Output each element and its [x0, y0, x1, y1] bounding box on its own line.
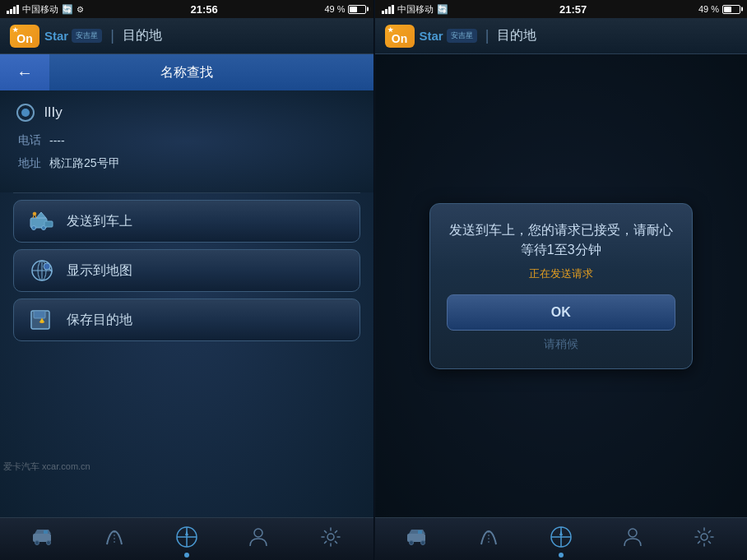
svg-point-29: [327, 534, 334, 540]
dialog-ok-button[interactable]: OK: [447, 294, 675, 331]
car-tab-icon-right: [406, 529, 429, 550]
svg-point-28: [254, 529, 262, 537]
send-to-car-label: 发送到车上: [67, 213, 132, 230]
tab-active-dot: [184, 553, 189, 558]
battery-pct-left: 49 %: [324, 4, 345, 14]
poi-address-row: 地址 桃江路25号甲: [16, 156, 357, 171]
poi-name-row: lIIy: [16, 104, 357, 122]
logo-star-label: Star: [44, 29, 68, 43]
status-right-left: 49 %: [324, 4, 366, 14]
send-to-car-button[interactable]: 发送到车上: [13, 200, 360, 243]
tab-settings-left[interactable]: [306, 520, 355, 559]
nav-bar-left: ← 名称查找: [0, 54, 374, 90]
tab-person-left[interactable]: [234, 520, 283, 559]
poi-details: lIIy 电话 ---- 地址 桃江路25号甲: [0, 90, 374, 192]
dialog-box: 发送到车上，您的请求已接受，请耐心等待1至3分钟 正在发送请求 OK 请稍候: [429, 203, 693, 369]
svg-marker-31: [409, 530, 425, 534]
wifi-icon-right: 🔄: [437, 4, 448, 15]
person-tab-icon-right: [623, 526, 643, 553]
svg-point-21: [46, 540, 50, 544]
signal-icon: [7, 5, 19, 14]
dialog-overlay: 发送到车上，您的请求已接受，请耐心等待1至3分钟 正在发送请求 OK 请稍候: [375, 54, 748, 517]
svg-rect-15: [34, 311, 45, 318]
onstar-logo-left: ★ On Star 安吉星: [10, 25, 102, 48]
status-left: 中国移动 🔄 ⚙: [7, 3, 84, 16]
tab-person-right[interactable]: [608, 520, 657, 559]
nav-tab-icon: [175, 525, 198, 553]
poi-radio: [16, 104, 35, 122]
phone-label: 电话: [18, 133, 43, 148]
tab-road-left[interactable]: [90, 520, 139, 559]
show-on-map-icon: [27, 256, 57, 285]
wifi-icon: 🔄: [62, 4, 73, 15]
svg-marker-19: [35, 530, 51, 534]
svg-point-40: [629, 529, 637, 537]
svg-point-41: [701, 534, 708, 540]
address-label: 地址: [18, 156, 43, 171]
back-button[interactable]: ←: [0, 54, 49, 90]
car-tab-icon: [31, 529, 54, 550]
logo-on-text: On: [16, 32, 32, 45]
svg-rect-4: [44, 221, 53, 227]
watermark: 爱卡汽车 xcar.com.cn: [3, 460, 90, 473]
logo-star-icon: ★: [12, 26, 18, 34]
app-header-left: ★ On Star 安吉星 | 目的地: [0, 18, 374, 54]
logo-on-right: ★ On: [385, 25, 415, 48]
back-arrow-icon: ←: [16, 63, 33, 82]
tab-bar-right: [375, 517, 748, 560]
svg-point-32: [410, 540, 414, 544]
status-left-right: 中国移动 🔄: [382, 3, 448, 16]
save-destination-icon: [27, 305, 57, 335]
header-divider-right: |: [485, 27, 489, 44]
tab-nav-right[interactable]: [536, 520, 586, 559]
header-title-left: 目的地: [123, 27, 162, 44]
tab-settings-right[interactable]: [680, 520, 729, 559]
status-bar-left: 中国移动 🔄 ⚙ 21:56 49 %: [0, 0, 374, 18]
logo-star-label-right: Star: [420, 29, 443, 43]
dialog-message: 发送到车上，您的请求已接受，请耐心等待1至3分钟: [447, 220, 675, 260]
logo-on-text-right: On: [392, 32, 407, 45]
tab-nav-left[interactable]: [162, 520, 211, 559]
poi-radio-inner: [21, 109, 30, 117]
tab-bar-left: [0, 517, 374, 560]
logo-star-icon-right: ★: [387, 26, 393, 34]
battery-fill-left: [350, 7, 357, 12]
dialog-cancel-text: 请稍候: [447, 337, 675, 352]
battery-icon-left: [348, 5, 366, 14]
show-on-map-button[interactable]: 显示到地图: [13, 249, 360, 292]
tab-car-left[interactable]: [18, 520, 67, 559]
address-value: 桃江路25号甲: [49, 156, 120, 171]
phone-value: ----: [49, 134, 65, 147]
tab-road-right[interactable]: [464, 520, 513, 559]
header-divider-left: |: [110, 27, 114, 44]
svg-marker-39: [559, 530, 563, 535]
dialog-sub-text: 正在发送请求: [447, 266, 675, 281]
settings-tab-icon: [320, 526, 341, 553]
onstar-logo-right: ★ On Star 安吉星: [385, 25, 477, 48]
svg-marker-1: [36, 212, 46, 218]
send-to-car-icon: [27, 206, 57, 236]
settings-tab-icon-right: [694, 526, 715, 553]
logo-brand-left: 安吉星: [72, 29, 102, 43]
tab-active-dot-right: [559, 553, 564, 558]
tab-car-right[interactable]: [392, 520, 442, 559]
road-tab-icon: [103, 528, 126, 551]
right-phone-panel: 中国移动 🔄 21:57 49 % ★ On Star 安吉星 | 目的地 发送…: [374, 0, 748, 560]
time-label-left: 21:56: [191, 3, 218, 16]
svg-point-20: [35, 540, 39, 544]
carrier-label-left: 中国移动: [22, 3, 58, 16]
content-area-right: 发送到车上，您的请求已接受，请耐心等待1至3分钟 正在发送请求 OK 请稍候: [375, 54, 748, 517]
save-destination-button[interactable]: 保存目的地: [13, 299, 360, 341]
time-label-right: 21:57: [559, 3, 587, 16]
content-area-left: ← 名称查找 lIIy 电话 ---- 地址 桃江路25号甲: [0, 54, 374, 517]
svg-point-33: [421, 540, 425, 544]
nav-title-left: 名称查找: [49, 64, 324, 81]
action-buttons: 发送到车上 显示到地图: [0, 193, 374, 348]
show-on-map-label: 显示到地图: [67, 262, 132, 280]
status-right-right: 49 %: [698, 4, 740, 14]
logo-on-left: ★ On: [10, 25, 39, 48]
app-header-right: ★ On Star 安吉星 | 目的地: [375, 18, 748, 54]
svg-point-5: [33, 212, 36, 215]
activity-icon: ⚙: [77, 5, 84, 14]
carrier-label-right: 中国移动: [397, 3, 434, 16]
